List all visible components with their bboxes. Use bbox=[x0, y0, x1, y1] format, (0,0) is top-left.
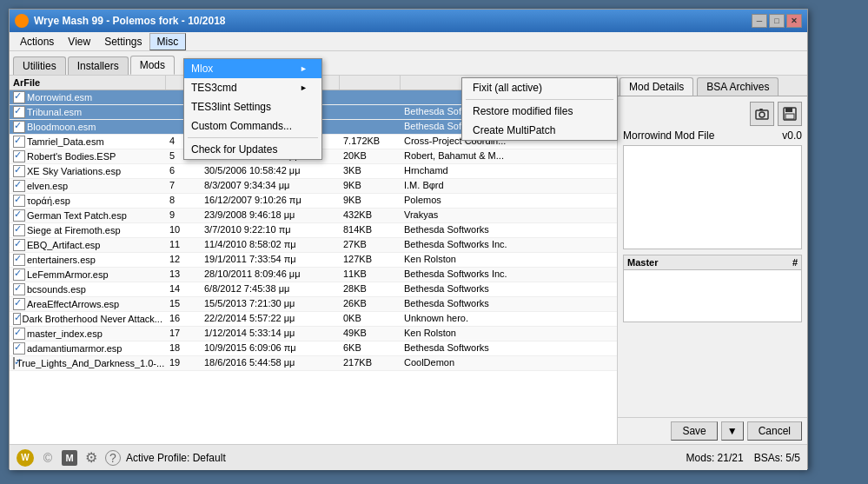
mod-name: elven.esp bbox=[10, 179, 166, 193]
tab-installers[interactable]: Installers bbox=[68, 56, 129, 75]
save-button[interactable]: Save bbox=[671, 421, 717, 441]
table-row[interactable]: German Text Patch.esp 923/9/2008 9:46:18… bbox=[10, 209, 617, 223]
menu-view[interactable]: View bbox=[61, 34, 97, 50]
table-row[interactable]: LeFemmArmor.esp 1328/10/2011 8:09:46 μμ1… bbox=[10, 268, 617, 282]
mod-name: master_index.esp bbox=[10, 327, 166, 341]
mod-num: 7 bbox=[166, 179, 201, 193]
mod-checkbox[interactable] bbox=[13, 150, 25, 162]
menu-settings[interactable]: Settings bbox=[97, 34, 149, 50]
mod-size: 217KB bbox=[340, 356, 401, 370]
gear-icon: ⚙ bbox=[83, 449, 100, 467]
table-row[interactable]: Dark Brotherhood Never Attack... 1622/2/… bbox=[10, 312, 617, 327]
col-size bbox=[340, 76, 401, 90]
table-row[interactable]: entertainers.esp 1219/1/2011 7:33:54 πμ1… bbox=[10, 253, 617, 268]
mod-checkbox[interactable] bbox=[13, 298, 25, 310]
mod-name: bcsounds.esp bbox=[10, 282, 166, 296]
mod-date: 22/2/2014 5:57:22 μμ bbox=[201, 312, 340, 326]
menu-actions[interactable]: Actions bbox=[13, 34, 61, 50]
mod-size: 9KB bbox=[340, 194, 401, 208]
mod-checkbox[interactable] bbox=[13, 136, 25, 148]
mod-name: German Text Patch.esp bbox=[10, 209, 166, 222]
table-row[interactable]: elven.esp 78/3/2007 9:34:34 μμ9KBI.M. Bφ… bbox=[10, 179, 617, 194]
mod-checkbox[interactable] bbox=[13, 269, 25, 281]
submenu-item-fixit[interactable]: Fixit (all active) bbox=[462, 78, 617, 97]
mod-author: Hrnchamd bbox=[401, 164, 617, 178]
mod-author: Bethesda Softworks bbox=[401, 223, 617, 237]
mod-num: 11 bbox=[166, 238, 201, 252]
master-label: Master bbox=[627, 257, 658, 268]
tab-utilities[interactable]: Utilities bbox=[13, 56, 66, 75]
mod-size: 11KB bbox=[340, 268, 401, 282]
menu-separator bbox=[188, 137, 318, 138]
mod-author: Robert, Bahamut & M... bbox=[401, 149, 617, 163]
mod-date: 6/8/2012 7:45:38 μμ bbox=[201, 282, 340, 296]
mod-size: 814KB bbox=[340, 223, 401, 237]
save-icon-button[interactable] bbox=[778, 102, 802, 126]
mod-checkbox[interactable] bbox=[13, 106, 25, 118]
mod-size: 28KB bbox=[340, 282, 401, 296]
mod-name: Morrowind.esm bbox=[10, 90, 166, 104]
mod-checkbox[interactable] bbox=[13, 283, 25, 295]
mod-checkbox[interactable] bbox=[13, 91, 25, 103]
table-row[interactable]: bcsounds.esp 146/8/2012 7:45:38 μμ28KBBe… bbox=[10, 282, 617, 297]
tab-mods[interactable]: Mods bbox=[130, 56, 175, 75]
mod-author: Bethesda Softworks bbox=[401, 282, 617, 296]
svg-rect-5 bbox=[785, 114, 794, 119]
tab-bsa-archives[interactable]: BSA Archives bbox=[697, 77, 779, 96]
mod-checkbox[interactable] bbox=[13, 165, 25, 177]
title-bar-left: Wrye Mash 99 - Polemos fork - 10/2018 bbox=[15, 14, 226, 28]
table-row[interactable]: master_index.esp 171/12/2014 5:33:14 μμ4… bbox=[10, 327, 617, 341]
table-row[interactable]: adamantiumarmor.esp 1810/9/2015 6:09:06 … bbox=[10, 341, 617, 356]
mod-name: LeFemmArmor.esp bbox=[10, 268, 166, 282]
mod-checkbox[interactable] bbox=[13, 313, 21, 325]
menu-item-check-updates[interactable]: Check for Updates bbox=[184, 140, 321, 159]
maximize-button[interactable]: □ bbox=[769, 14, 785, 28]
menu-item-tes3lint[interactable]: TES3lint Settings bbox=[184, 97, 321, 116]
window-title: Wrye Mash 99 - Polemos fork - 10/2018 bbox=[34, 15, 226, 27]
submenu-item-multipatch[interactable]: Create MultiPatch bbox=[462, 121, 617, 140]
table-row[interactable]: AreaEffectArrows.esp 1515/5/2013 7:21:30… bbox=[10, 297, 617, 312]
close-button[interactable]: ✕ bbox=[786, 14, 802, 28]
mod-name: Dark Brotherhood Never Attack... bbox=[10, 312, 166, 326]
mod-name: Tamriel_Data.esm bbox=[10, 135, 166, 149]
mod-checkbox[interactable] bbox=[13, 254, 25, 266]
table-row[interactable]: XE Sky Variations.esp 630/5/2006 10:58:4… bbox=[10, 164, 617, 179]
table-row[interactable]: EBQ_Artifact.esp 1111/4/2010 8:58:02 πμ2… bbox=[10, 238, 617, 253]
main-window: Wrye Mash 99 - Polemos fork - 10/2018 ─ … bbox=[9, 9, 808, 469]
mod-name: Bloodmoon.esm bbox=[10, 120, 166, 134]
minimize-button[interactable]: ─ bbox=[752, 14, 767, 28]
tab-mod-details[interactable]: Mod Details bbox=[620, 77, 693, 96]
svg-rect-4 bbox=[785, 108, 792, 112]
master-list bbox=[623, 270, 802, 322]
mod-size bbox=[340, 90, 401, 104]
menu-item-mlox[interactable]: Mlox bbox=[184, 59, 321, 78]
table-row[interactable]: τοράή.esp 816/12/2007 9:10:26 πμ9KBPolem… bbox=[10, 194, 617, 209]
mod-date: 3/7/2010 9:22:10 πμ bbox=[201, 223, 340, 237]
mod-checkbox[interactable] bbox=[13, 180, 25, 192]
mod-checkbox[interactable] bbox=[13, 224, 25, 236]
mod-date: 30/5/2006 10:58:42 μμ bbox=[201, 164, 340, 178]
menu-item-custom-commands[interactable]: Custom Commands... bbox=[184, 116, 321, 136]
mod-checkbox[interactable] bbox=[13, 328, 25, 340]
table-row[interactable]: True_Lights_And_Darkness_1.0-... 1918/6/… bbox=[10, 356, 617, 371]
cancel-button[interactable]: Cancel bbox=[747, 421, 802, 441]
mod-checkbox[interactable] bbox=[13, 239, 25, 251]
mod-size bbox=[340, 120, 401, 134]
menu-misc[interactable]: Misc bbox=[149, 33, 187, 50]
mod-description-area[interactable] bbox=[623, 145, 802, 249]
mod-checkbox[interactable] bbox=[13, 209, 25, 222]
mod-num: 15 bbox=[166, 297, 201, 311]
mod-num: 14 bbox=[166, 282, 201, 296]
mod-checkbox[interactable] bbox=[13, 195, 25, 207]
mod-author: Bethesda Softworks Inc. bbox=[401, 238, 617, 252]
mod-checkbox[interactable] bbox=[13, 342, 25, 355]
submenu-item-restore[interactable]: Restore modified files bbox=[462, 102, 617, 121]
camera-icon-button[interactable] bbox=[750, 102, 774, 126]
menu-item-tes3cmd[interactable]: TES3cmd bbox=[184, 78, 321, 97]
mod-checkbox[interactable] bbox=[13, 121, 25, 133]
mod-checkbox[interactable] bbox=[13, 357, 15, 369]
save-dropdown-button[interactable]: ▼ bbox=[721, 421, 744, 441]
mod-size: 127KB bbox=[340, 253, 401, 267]
m-icon: M bbox=[62, 450, 77, 466]
table-row[interactable]: Siege at Firemoth.esp 103/7/2010 9:22:10… bbox=[10, 223, 617, 238]
